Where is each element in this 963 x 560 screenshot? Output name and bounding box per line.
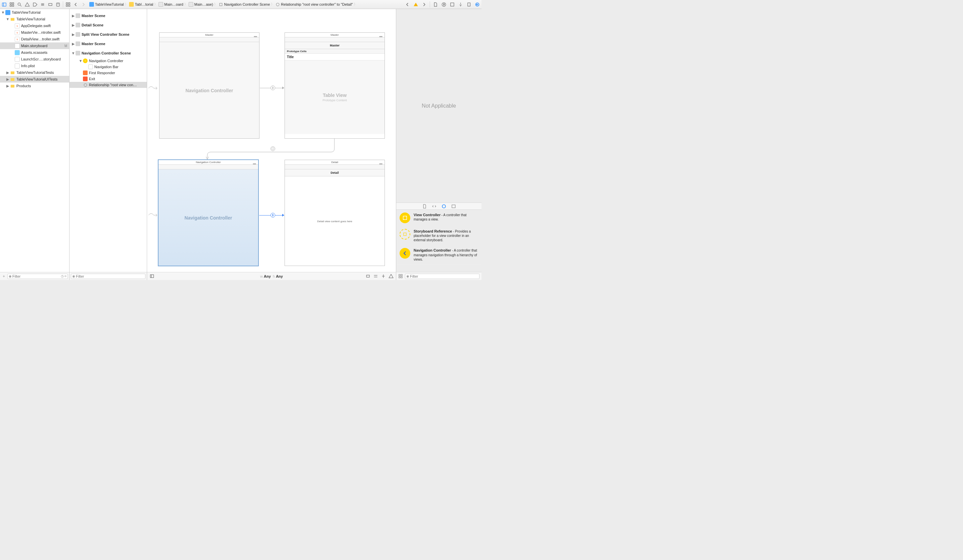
obj-navcontroller[interactable]: ▼‹Navigation Controller bbox=[70, 58, 147, 64]
scm-filter-icon[interactable]: ⧈ bbox=[65, 274, 66, 278]
report-icon[interactable] bbox=[55, 2, 61, 7]
clock-icon[interactable]: ◷ bbox=[61, 274, 64, 278]
issues-icon[interactable] bbox=[24, 2, 30, 7]
file-detailvc[interactable]: sDetailView…troller.swift bbox=[0, 36, 69, 42]
svg-rect-27 bbox=[11, 78, 15, 81]
add-icon[interactable]: ＋ bbox=[2, 274, 6, 279]
group-products[interactable]: ▶Products bbox=[0, 83, 69, 89]
canvas-scene-detail[interactable]: Detail Detail Detail view content goes h… bbox=[285, 160, 385, 266]
library-filter-input[interactable] bbox=[410, 274, 478, 279]
jump-bar-icon[interactable] bbox=[65, 2, 71, 7]
media-library-tab-icon[interactable] bbox=[451, 204, 456, 209]
svg-rect-30 bbox=[272, 148, 274, 150]
file-main-storyboard[interactable]: Main.storyboardM bbox=[0, 42, 69, 49]
search-icon[interactable] bbox=[17, 2, 23, 7]
segue-dot-icon[interactable] bbox=[271, 146, 275, 151]
library-item-sbref[interactable]: Storyboard Reference - Provides a placeh… bbox=[396, 226, 481, 245]
crumb-base[interactable]: Main…ase) bbox=[188, 1, 214, 8]
canvas-scene-master-nav[interactable]: Master Navigation Controller bbox=[159, 32, 259, 139]
obj-exit[interactable]: Exit bbox=[70, 76, 147, 82]
object-library-list[interactable]: View Controller - A controller that mana… bbox=[396, 210, 481, 272]
debug-icon[interactable] bbox=[40, 2, 45, 7]
scene-split[interactable]: ▶Split View Controller Scene bbox=[70, 30, 147, 39]
object-library-tab-icon[interactable] bbox=[441, 204, 446, 209]
library-item-vc[interactable]: View Controller - A controller that mana… bbox=[396, 210, 481, 226]
crumb-storyboard[interactable]: Main…oard bbox=[157, 1, 184, 8]
svg-rect-39 bbox=[452, 205, 455, 208]
help-icon[interactable]: ? bbox=[441, 2, 447, 7]
attributes-icon[interactable] bbox=[458, 2, 464, 7]
obj-first-responder[interactable]: First Responder bbox=[70, 70, 147, 76]
document-outline: ▶Master Scene ▶Detail Scene ▶Split View … bbox=[70, 9, 147, 280]
pin-icon[interactable] bbox=[381, 274, 386, 279]
warning-icon[interactable] bbox=[413, 2, 419, 7]
scene-detail[interactable]: ▶Detail Scene bbox=[70, 20, 147, 30]
scene-title: Master bbox=[159, 33, 259, 37]
outline-toggle-icon[interactable] bbox=[149, 274, 155, 279]
scene-placeholder: Table ViewPrototype Content bbox=[285, 92, 384, 102]
connections-icon[interactable] bbox=[475, 2, 480, 7]
interface-builder-canvas[interactable]: Master Navigation Controller Master Mast… bbox=[147, 9, 396, 280]
tag-icon[interactable] bbox=[32, 2, 38, 7]
crumb-folder[interactable]: Tabl…torial bbox=[128, 1, 154, 8]
stack-icon[interactable] bbox=[373, 274, 378, 279]
grid-view-icon[interactable] bbox=[398, 274, 403, 279]
filter-icon: ◉ bbox=[72, 274, 75, 278]
file-template-tab-icon[interactable] bbox=[422, 204, 427, 209]
obj-segue-root[interactable]: Relationship "root view con… bbox=[70, 82, 147, 88]
scene-navctl[interactable]: ▼Navigation Controller Scene bbox=[70, 49, 147, 58]
identity-icon[interactable] bbox=[449, 2, 455, 7]
svg-rect-25 bbox=[11, 18, 15, 20]
navigator-filter-input[interactable] bbox=[12, 274, 60, 279]
navbar-strip bbox=[159, 165, 258, 169]
project-root[interactable]: ▼ TableViewTutorial bbox=[0, 9, 69, 16]
scene-master-1[interactable]: ▶Master Scene bbox=[70, 11, 147, 20]
library-item-nav[interactable]: Navigation Controller - A controller tha… bbox=[396, 245, 481, 264]
align-icon[interactable] bbox=[365, 274, 371, 279]
size-icon[interactable] bbox=[466, 2, 472, 7]
file-appdelegate[interactable]: sAppDelegate.swift bbox=[0, 23, 69, 29]
crumb-project[interactable]: TableViewTutorial bbox=[88, 1, 125, 8]
crumb-segue[interactable]: Relationship "root view controller" to "… bbox=[274, 1, 354, 8]
related-items-icon[interactable] bbox=[9, 2, 15, 7]
svg-rect-42 bbox=[399, 274, 400, 276]
group-main[interactable]: ▼ TableViewTutorial bbox=[0, 16, 69, 23]
file-mastervc[interactable]: sMasterVie…ntroller.swift bbox=[0, 29, 69, 36]
file-info-plist[interactable]: Info.plist bbox=[0, 63, 69, 69]
outline-tree[interactable]: ▶Master Scene ▶Detail Scene ▶Split View … bbox=[70, 9, 147, 272]
navigator-tree[interactable]: ▼ TableViewTutorial ▼ TableViewTutorial … bbox=[0, 9, 69, 272]
svg-rect-44 bbox=[399, 277, 400, 278]
obj-navbar[interactable]: Navigation Bar bbox=[70, 64, 147, 70]
code-snippet-tab-icon[interactable] bbox=[432, 204, 437, 209]
library-filter-pill[interactable]: ◉ bbox=[405, 274, 480, 279]
outline-filter-pill[interactable]: ◉ bbox=[71, 274, 146, 279]
jump-prev-icon[interactable] bbox=[405, 2, 410, 7]
segue-dot-icon[interactable] bbox=[271, 86, 275, 90]
canvas-scene-detail-nav[interactable]: Navigation Controller Navigation Control… bbox=[158, 160, 258, 266]
svg-line-7 bbox=[20, 5, 21, 6]
size-class-control[interactable]: w Any h Any bbox=[260, 274, 283, 278]
group-uitests[interactable]: ▶TableViewTutorialUITests bbox=[0, 76, 69, 83]
filter-icon: ◉ bbox=[406, 274, 409, 278]
resolve-icon[interactable] bbox=[388, 274, 394, 279]
filter-pill[interactable]: ◉ ◷ ⧈ bbox=[7, 274, 68, 279]
crumb-scene[interactable]: Navigation Controller Scene bbox=[217, 1, 271, 8]
prototype-cell[interactable]: Title bbox=[285, 54, 384, 60]
scene-master-2[interactable]: ▶Master Scene bbox=[70, 39, 147, 49]
breakpoint-icon[interactable] bbox=[47, 2, 53, 7]
navigator-footer: ＋ ◉ ◷ ⧈ bbox=[0, 272, 69, 280]
svg-rect-33 bbox=[366, 275, 370, 277]
forward-icon[interactable] bbox=[81, 2, 86, 7]
group-tests[interactable]: ▶TableViewTutorialTests bbox=[0, 69, 69, 76]
svg-point-29 bbox=[84, 84, 87, 87]
outline-filter-input[interactable] bbox=[76, 274, 144, 279]
segue-dot-selected-icon[interactable] bbox=[271, 213, 275, 217]
back-icon[interactable] bbox=[73, 2, 79, 7]
panel-left-icon[interactable] bbox=[2, 2, 7, 7]
file-launch-sb[interactable]: LaunchScr….storyboard bbox=[0, 56, 69, 63]
jump-next-icon[interactable] bbox=[421, 2, 427, 7]
svg-rect-2 bbox=[10, 2, 11, 4]
file-assets[interactable]: Assets.xcassets bbox=[0, 49, 69, 56]
canvas-scene-master-table[interactable]: Master Master Prototype Cells Title Tabl… bbox=[285, 32, 385, 139]
doc-icon[interactable] bbox=[433, 2, 438, 7]
